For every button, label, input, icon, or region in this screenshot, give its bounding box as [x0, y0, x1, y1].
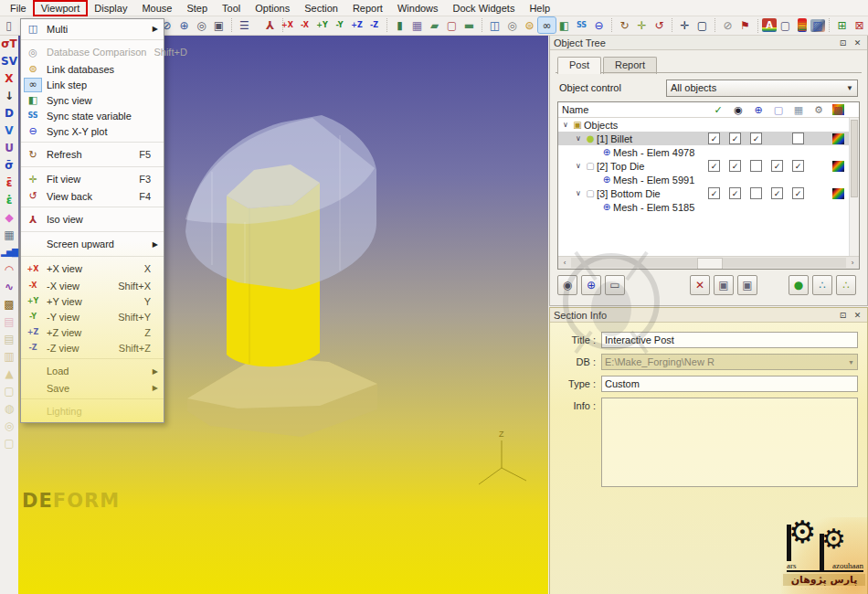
fit-view-icon[interactable]: ✛ [633, 17, 651, 33]
texture-col-icon[interactable]: ▩ [832, 104, 844, 115]
menu-bar-item[interactable]: Dock Widgets [447, 2, 522, 15]
menu-item[interactable]: ∞ Link step [21, 77, 164, 92]
menu-bar-item[interactable]: Mouse [135, 2, 178, 15]
strain-rate-icon[interactable]: ε̇ [1, 191, 17, 208]
xn-view-icon[interactable]: -X [296, 17, 313, 33]
nodes-add-button[interactable]: ∴ [836, 275, 856, 295]
new-file-icon[interactable]: ▯ [0, 17, 17, 33]
menu-item[interactable]: ◎ Database Comparison Shift+D [21, 39, 164, 61]
expand-icon[interactable]: ∨ [573, 134, 584, 143]
menu-bar-item[interactable]: Help [523, 2, 556, 15]
window-icon[interactable]: ▢ [777, 17, 794, 33]
menu-bar-item[interactable]: Step [180, 2, 214, 15]
visible-checkbox[interactable] [708, 187, 720, 199]
menu-item[interactable]: ⊖ Sync X-Y plot [21, 123, 164, 139]
load-arrow-icon[interactable]: ↓ [1, 87, 17, 104]
cone-icon[interactable]: ◆ [1, 208, 17, 226]
menu-item[interactable]: Lighting [21, 398, 164, 420]
point-icon[interactable]: ✛ [676, 17, 693, 33]
clipboard-icon[interactable]: ▤ [1, 313, 17, 330]
tool4-icon[interactable]: ▢ [1, 434, 17, 451]
close-panel-icon[interactable]: ✕ [852, 310, 863, 321]
menu-bar-item[interactable]: Tool [216, 2, 247, 15]
database-comparison-icon[interactable]: ◎ [503, 17, 521, 33]
state-variable-icon[interactable]: SV [1, 52, 17, 69]
nodes-button[interactable]: ∴ [812, 275, 832, 295]
menu-item[interactable]: +X +X view X [21, 256, 164, 278]
curve-colorbar-icon[interactable]: ◠ [1, 260, 17, 278]
shade-checkbox[interactable] [729, 187, 741, 199]
texture-swatch[interactable] [832, 133, 844, 144]
stop-icon[interactable]: ⊘ [719, 17, 736, 33]
visible-col-icon[interactable]: ✓ [708, 104, 728, 116]
tree-row[interactable]: ∨ ▢ [2] Top Die [558, 159, 859, 173]
object-control-dropdown[interactable]: All objects ▼ [666, 80, 858, 97]
menu-bar-item[interactable]: Windows [391, 2, 445, 15]
remove-viewport-icon[interactable]: ⊠ [851, 17, 868, 33]
multi-viewport-icon[interactable]: ◫ [486, 17, 503, 33]
type-input[interactable] [601, 376, 858, 392]
tree-row[interactable]: ∨ ▣ Objects [558, 118, 859, 132]
calculator-icon[interactable]: ▦ [1, 226, 17, 243]
yn-view-icon[interactable]: -Y [331, 17, 348, 33]
float-panel-icon[interactable]: ⊡ [837, 310, 849, 321]
iso-view-icon[interactable]: Y [261, 17, 279, 33]
displacement-icon[interactable]: U [1, 139, 17, 156]
menu-item[interactable]: +Y +Y view Y [21, 293, 164, 309]
menu-item[interactable]: SS Sync state variable [21, 108, 164, 123]
shade-checkbox[interactable] [729, 160, 741, 172]
scroll-right-icon[interactable]: › [846, 259, 859, 267]
tree-vertical-scrollbar[interactable] [849, 118, 859, 256]
delete-icon[interactable]: X [1, 69, 17, 87]
region-icon[interactable]: ▢ [693, 17, 711, 33]
z-view-icon[interactable]: +Z [348, 17, 365, 33]
mesh-checkbox[interactable] [750, 187, 762, 199]
effective-strain-icon[interactable]: ε̄ [1, 174, 17, 191]
outline-col-icon[interactable]: ▢ [768, 104, 789, 116]
highlight-object-button[interactable]: ◉ [557, 275, 577, 295]
menu-item[interactable]: ⊜ Link databases [21, 61, 164, 77]
tree-row[interactable]: ⊕ Mesh - Elem 4978 [558, 145, 859, 159]
effective-stress-icon[interactable]: σ̄ [1, 156, 17, 174]
annotation-color-icon[interactable]: A [762, 18, 777, 32]
tool1-icon[interactable]: ▢ [1, 382, 17, 399]
menu-item[interactable]: -Z -Z view Shift+Z [21, 340, 164, 355]
menu-item[interactable]: Screen upward ▶ [21, 231, 164, 253]
outline-checkbox[interactable] [771, 187, 783, 199]
shaded-mode-icon[interactable]: ▮ [391, 17, 408, 33]
velocity-icon[interactable]: V [1, 122, 17, 139]
menu-bar-item[interactable]: Report [346, 2, 389, 15]
menu-item[interactable]: Save ▶ [21, 380, 164, 396]
menu-item[interactable]: ✛ Fit view F3 [21, 166, 164, 188]
tree-row[interactable]: ∨ ● [1] Billet [558, 132, 859, 145]
point-button[interactable]: ● [789, 275, 809, 295]
outline-checkbox[interactable] [771, 160, 783, 172]
title-input[interactable] [601, 332, 858, 348]
menu-item[interactable]: -Y -Y view Shift+Y [21, 309, 164, 324]
transparent-mode-icon[interactable]: ▢ [443, 17, 460, 33]
object-tree-titlebar[interactable]: Object Tree ⊡ ✕ [550, 36, 867, 50]
bar-chart-icon[interactable]: ▂▅▇ [1, 243, 17, 260]
menu-item[interactable]: ◧ Sync view [21, 92, 164, 108]
tool3-icon[interactable]: ◎ [1, 417, 17, 434]
legend-icon[interactable]: ▤ [798, 18, 807, 32]
menu-item[interactable]: Load ▶ [21, 358, 164, 380]
tab[interactable]: Post [557, 57, 601, 74]
solid-checkbox[interactable] [792, 133, 804, 144]
view-back-icon[interactable]: ↺ [651, 17, 668, 33]
cone2-icon[interactable]: ▲ [1, 365, 17, 382]
cube-a-button[interactable]: ▣ [714, 275, 734, 295]
zn-view-icon[interactable]: -Z [365, 17, 383, 33]
add-viewport-icon[interactable]: ⊞ [833, 17, 851, 33]
tree-row[interactable]: ⊕ Mesh - Elem 5991 [558, 173, 859, 186]
mesh-checkbox[interactable] [750, 133, 762, 144]
sync-state-variable-icon[interactable]: SS [573, 17, 590, 33]
cube-b-button[interactable]: ▣ [737, 275, 757, 295]
info-textarea[interactable] [601, 398, 858, 487]
rotate-z-icon[interactable]: ⊕ [175, 17, 193, 33]
flownet-icon[interactable]: ▩ [1, 295, 17, 313]
menu-item[interactable]: +Z +Z view Z [21, 324, 164, 340]
slicing-tool-button[interactable]: ✕ [690, 275, 710, 295]
layers-icon[interactable]: ☰ [236, 17, 253, 33]
shade-col-icon[interactable]: ◉ [728, 104, 748, 116]
